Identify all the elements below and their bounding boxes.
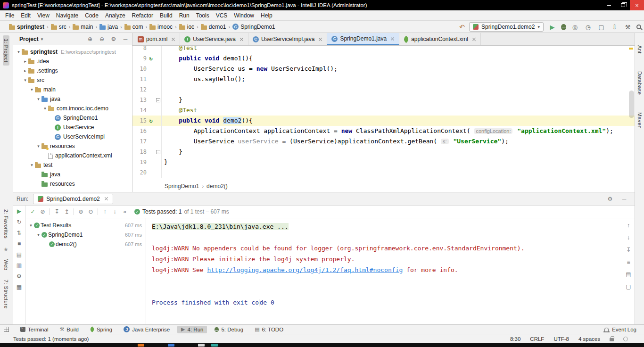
caret-position-widget[interactable]: 8:30 (510, 336, 520, 342)
run-test-gutter-icon[interactable]: ↻ (149, 117, 152, 124)
menu-navigate[interactable]: Navigate (53, 11, 82, 20)
console-link[interactable]: http://logging.apache.org/log4j/1.2/faq.… (207, 266, 403, 273)
project-panel-title[interactable]: Project (19, 36, 39, 42)
chevron-down-icon[interactable]: ▾ (16, 50, 22, 54)
menu-run[interactable]: Run (176, 11, 193, 20)
chevron-down-icon[interactable]: ▾ (35, 232, 41, 237)
project-tree-item-com-imooc-ioc-demo[interactable]: ▾com.imooc.ioc.demo (13, 104, 132, 113)
indent-widget[interactable]: 4 spaces (578, 336, 600, 342)
toolwindow-button-6-todo[interactable]: ▤6: TODO (251, 326, 287, 333)
breadcrumb-item-ioc[interactable]: ioc (178, 23, 196, 31)
project-tree-item-settings[interactable]: ▸.settings (13, 66, 132, 75)
run-configuration-select[interactable]: SpringDemo1.demo2▾ (469, 22, 544, 32)
readonly-lock-icon[interactable] (610, 338, 614, 341)
code-line-12[interactable]: 12 (132, 84, 635, 95)
navigate-back-icon[interactable]: ↶ (459, 23, 465, 31)
taskbar-app-icon[interactable] (168, 344, 174, 347)
run-test-gutter-icon[interactable]: ↻ (149, 55, 152, 62)
taskbar-app-icon[interactable] (211, 344, 218, 347)
breadcrumb-item-main[interactable]: main (71, 23, 94, 31)
project-structure-button[interactable]: ▢ (597, 24, 606, 31)
toolwindow-button-5-debug[interactable]: 5: Debug (211, 326, 247, 333)
collapse-all-button[interactable]: ⊖ (98, 36, 106, 42)
scroll-to-end-button[interactable]: ↧ (626, 247, 631, 253)
stripe-button-database[interactable]: Database (636, 68, 643, 98)
menu-edit[interactable]: Edit (17, 11, 34, 20)
code-line-15[interactable]: 15↻ public void demo2(){ (132, 116, 635, 126)
menu-refactor[interactable]: Refactor (129, 11, 157, 20)
settings-gear-icon[interactable]: ⚙ (606, 196, 614, 202)
chevron-down-icon[interactable]: ▾ (29, 163, 35, 167)
code-line-10[interactable]: 10 UserService us = new UserServiceImpl(… (132, 64, 635, 74)
menu-build[interactable]: Build (157, 11, 176, 20)
chevron-down-icon[interactable]: ▾ (28, 223, 34, 228)
error-stripe-mark[interactable] (629, 48, 633, 50)
taskbar-app-icon[interactable] (138, 344, 144, 347)
code-line-8[interactable]: 8 @Test (132, 46, 635, 53)
chevron-down-icon[interactable]: ▾ (35, 144, 41, 149)
test-history-button[interactable]: ▤ (17, 252, 22, 257)
close-tab-icon[interactable] (104, 197, 108, 201)
fold-marker-icon[interactable] (156, 98, 160, 102)
show-ignored-button[interactable]: ⊘ (38, 208, 48, 215)
breadcrumb-item-demo1[interactable]: demo1 (199, 23, 228, 31)
project-tree-item-idea[interactable]: ▸.idea (13, 57, 132, 66)
close-tab-icon[interactable] (318, 37, 322, 41)
hide-panel-icon[interactable]: ─ (620, 196, 628, 202)
toolwindow-button-terminal[interactable]: Terminal (17, 326, 52, 333)
breadcrumb-item-springdemo1[interactable]: CSpringDemo1 (231, 23, 276, 31)
project-tree-item-test[interactable]: ▾test (13, 160, 132, 170)
code-line-16[interactable]: 16 ApplicationContext applicationContext… (132, 126, 635, 136)
code-line-19[interactable]: 19} (132, 157, 635, 167)
stripe-button-maven[interactable]: Maven (636, 109, 643, 132)
next-failed-test-button[interactable]: ↓ (110, 208, 120, 215)
project-tree-item-springdemo1[interactable]: CSpringDemo1 (13, 113, 132, 123)
rerun-failed-button[interactable]: ↻ (17, 219, 21, 225)
line-ending-widget[interactable]: CRLF (530, 336, 544, 342)
encoding-widget[interactable]: UTF-8 (553, 336, 569, 342)
build-button[interactable]: ⚒ (623, 24, 632, 31)
editor-tab-userserviceimpl-java[interactable]: CUserServiceImpl.java (248, 33, 327, 45)
project-tree-item-resources[interactable]: resources (13, 179, 132, 189)
sort-by-duration-button[interactable]: ↥ (62, 208, 72, 215)
scroll-up-button[interactable]: ↑ (627, 222, 630, 229)
editor-tab-applicationcontext-xml[interactable]: applicationContext.xml (399, 33, 481, 45)
close-button[interactable] (630, 0, 644, 10)
toolwindow-button-spring[interactable]: Spring (86, 326, 116, 333)
menu-analyze[interactable]: Analyze (102, 11, 129, 20)
menu-vcs[interactable]: VCS (213, 11, 231, 20)
stripe-button-2-favorites[interactable]: 2: Favorites (3, 206, 9, 242)
code-line-11[interactable]: 11 us.sayHello(); (132, 74, 635, 84)
pin-tab-button[interactable]: ▦ (17, 284, 22, 290)
coverage-button[interactable]: ◎ (570, 24, 579, 31)
chevron-down-icon[interactable]: ▾ (42, 106, 48, 111)
editor-tab-springdemo1-java[interactable]: CSpringDemo1.java (327, 33, 399, 45)
status-indicator-icon[interactable] (623, 337, 628, 341)
run-button[interactable]: ▶ (548, 24, 557, 31)
print-button[interactable]: ▤ (626, 271, 631, 278)
soft-wrap-button[interactable]: ≡ (627, 259, 630, 265)
previous-failed-test-button[interactable]: ↑ (100, 208, 110, 215)
locate-file-button[interactable]: ⊕ (86, 36, 94, 42)
project-tree-item-main[interactable]: ▾main (13, 85, 132, 94)
expand-all-button[interactable]: ⊕ (76, 208, 86, 215)
code-line-17[interactable]: 17 UserService userService = (UserServic… (132, 136, 635, 147)
stop-button[interactable]: ■ (17, 241, 21, 247)
breadcrumb-item-imooc[interactable]: imooc (148, 23, 174, 31)
menu-view[interactable]: View (34, 11, 53, 20)
menu-window[interactable]: Window (231, 11, 257, 20)
settings-gear-icon[interactable]: ⚙ (110, 36, 117, 42)
hide-panel-button[interactable]: ─ (122, 36, 129, 42)
project-tree-item-springtest[interactable]: ▾springtestE:\workspace\springtest (13, 47, 132, 57)
show-passed-button[interactable]: ✓ (28, 208, 38, 215)
editor-breadcrumb-item-demo2[interactable]: demo2() (206, 183, 228, 190)
settings-button[interactable]: ⚙ (17, 273, 22, 279)
breadcrumb-item-src[interactable]: src (50, 23, 68, 31)
scroll-down-button[interactable]: ↓ (627, 234, 630, 241)
chevron-down-icon[interactable]: ▾ (22, 78, 28, 83)
code-line-18[interactable]: 18 } (132, 147, 635, 157)
test-tree-item-test-results[interactable]: ▾✓Test Results607 ms (26, 221, 146, 230)
breadcrumb-item-com[interactable]: com (123, 23, 145, 31)
minimize-button[interactable] (602, 0, 616, 10)
save-all-button[interactable]: ⇩ (610, 24, 619, 31)
